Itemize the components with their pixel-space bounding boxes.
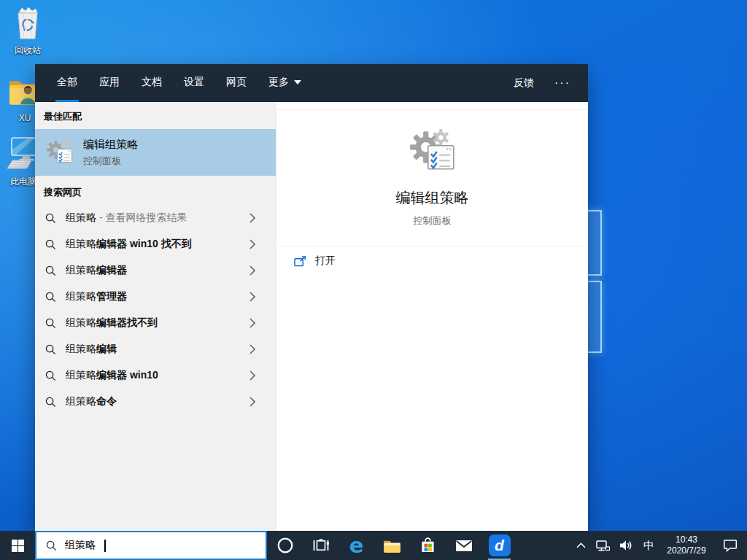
taskbar-clock[interactable]: 10:43 2020/7/29 [664, 534, 709, 556]
tab-documents[interactable]: 文档 [140, 64, 163, 102]
task-view-button[interactable] [303, 531, 338, 560]
more-options-icon[interactable]: ··· [554, 77, 570, 90]
chevron-down-icon [294, 80, 301, 85]
preview-title: 编辑组策略 [276, 188, 588, 208]
cortana-icon [276, 537, 294, 554]
chevron-right-icon [249, 344, 255, 354]
start-button[interactable] [0, 531, 35, 560]
chevron-right-icon [249, 397, 255, 407]
edge-icon: e [349, 535, 364, 556]
file-explorer-button[interactable] [374, 531, 410, 560]
wallpaper-window-beam [587, 281, 602, 353]
text-caret [104, 540, 106, 552]
web-suggestion-item[interactable]: 组策略编辑器 [35, 257, 276, 284]
best-match-title: 编辑组策略 [83, 138, 138, 152]
desktop-icon-label: 回收站 [6, 44, 50, 57]
task-view-icon [313, 539, 329, 552]
mail-button[interactable] [446, 531, 481, 560]
clock-time: 10:43 [664, 534, 709, 545]
driver-app-icon: d [489, 534, 511, 556]
web-search-section-title: 搜索网页 [35, 176, 276, 205]
chevron-right-icon [249, 213, 255, 223]
best-match-subtitle: 控制面板 [83, 155, 138, 168]
clock-date: 2020/7/29 [664, 545, 709, 556]
preview-subtitle: 控制面板 [276, 214, 588, 228]
tab-settings[interactable]: 设置 [182, 64, 206, 102]
desktop-icon-recycle-bin[interactable]: 回收站 [6, 6, 50, 57]
tab-all[interactable]: 全部 [55, 64, 79, 102]
taskbar: 组策略 e [0, 531, 747, 560]
web-suggestion-item[interactable]: 组策略编辑 [35, 336, 276, 362]
best-match-section-title: 最佳匹配 [35, 102, 276, 129]
search-flyout: 全部 应用 文档 设置 网页 更多 反馈 ··· 最佳匹配 [35, 64, 588, 531]
ime-indicator[interactable]: 中 [643, 539, 654, 553]
search-icon [45, 397, 56, 408]
notification-icon [723, 539, 738, 552]
web-suggestion-item[interactable]: 组策略编辑器 win10 [35, 362, 276, 389]
volume-button[interactable] [619, 540, 634, 551]
chevron-up-icon [576, 542, 586, 548]
search-icon [45, 239, 56, 250]
chevron-right-icon [249, 370, 255, 381]
action-center-button[interactable] [723, 539, 738, 552]
search-icon [45, 213, 56, 224]
open-action[interactable]: 打开 [276, 246, 588, 276]
volume-icon [619, 540, 634, 551]
network-icon [595, 540, 610, 552]
search-input-value: 组策略 [65, 539, 96, 552]
file-explorer-icon [383, 538, 401, 553]
driver-app-button[interactable]: d [481, 531, 517, 560]
preview-card: 编辑组策略 控制面板 [276, 102, 588, 246]
result-preview-pane: 编辑组策略 控制面板 打开 [276, 102, 588, 531]
cortana-button[interactable] [267, 531, 303, 560]
taskbar-search-input[interactable]: 组策略 [35, 531, 267, 560]
windows-logo-icon [12, 540, 24, 552]
tab-more[interactable]: 更多 [267, 64, 303, 102]
store-icon [419, 537, 436, 554]
search-filter-bar: 全部 应用 文档 设置 网页 更多 反馈 ··· [35, 64, 588, 102]
chevron-right-icon [249, 265, 255, 276]
network-status-button[interactable] [595, 540, 610, 552]
search-icon [45, 265, 56, 276]
tray-expand-button[interactable] [576, 542, 586, 548]
wallpaper-window-beam [587, 210, 602, 276]
open-label: 打开 [315, 254, 336, 268]
search-icon [45, 292, 56, 303]
feedback-button[interactable]: 反馈 [514, 77, 534, 90]
system-tray: 中 10:43 2020/7/29 [576, 534, 747, 556]
recycle-bin-icon [12, 6, 43, 39]
open-external-icon [294, 256, 306, 267]
best-match-result[interactable]: 编辑组策略 控制面板 [35, 129, 276, 176]
chevron-right-icon [249, 292, 255, 302]
web-suggestion-item[interactable]: 组策略命令 [35, 389, 276, 415]
chevron-right-icon [249, 239, 255, 249]
web-suggestion-item[interactable]: 组策略编辑器 win10 找不到 [35, 231, 276, 257]
store-button[interactable] [410, 531, 446, 560]
search-icon [46, 540, 57, 551]
group-policy-icon [409, 128, 457, 176]
mail-icon [455, 539, 473, 553]
search-icon [45, 370, 56, 381]
tab-apps[interactable]: 应用 [98, 64, 121, 102]
web-suggestion-item[interactable]: 组策略 - 查看网络搜索结果 [35, 205, 276, 231]
search-icon [45, 318, 56, 329]
group-policy-icon [46, 139, 74, 166]
search-icon [45, 344, 56, 355]
web-suggestion-item[interactable]: 组策略管理器 [35, 284, 276, 310]
chevron-right-icon [249, 318, 255, 328]
edge-button[interactable]: e [338, 531, 374, 560]
web-suggestion-item[interactable]: 组策略编辑器找不到 [35, 310, 276, 336]
tab-web[interactable]: 网页 [225, 64, 248, 102]
search-results-list: 最佳匹配 编辑组策略 控制面板 搜索网页 组策略 - 查看网络搜索结果 [35, 102, 276, 531]
